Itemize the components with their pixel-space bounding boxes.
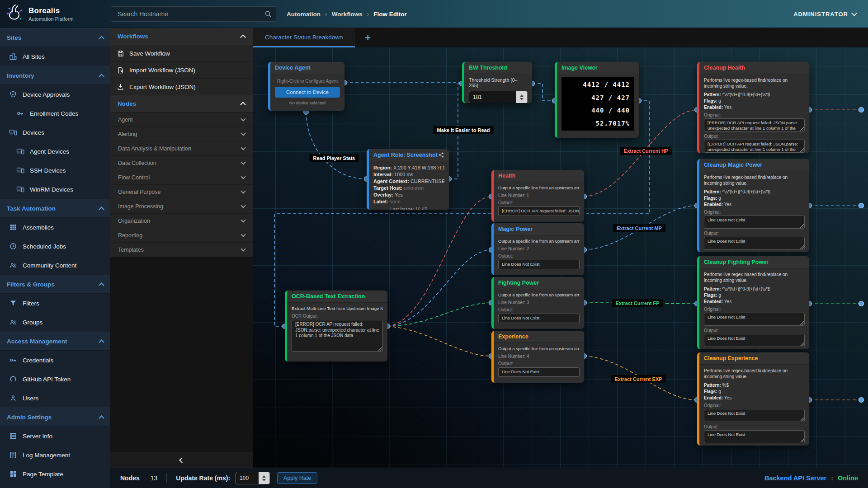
- original-textarea[interactable]: Line Does Not Exist: [704, 216, 805, 229]
- sidebar-item-log-management[interactable]: Log Management: [0, 446, 110, 465]
- sidebar-item-ssh-devices[interactable]: SSH Devices: [0, 161, 110, 180]
- output-textarea[interactable]: Line Does Not Exist: [704, 334, 805, 347]
- connect-to-device-button[interactable]: Connect to Device: [275, 87, 340, 98]
- update-rate-input[interactable]: [236, 472, 259, 484]
- resize-grip-icon[interactable]: [800, 127, 804, 131]
- resize-grip-icon[interactable]: [800, 418, 804, 421]
- collapse-palette-button[interactable]: [110, 452, 253, 468]
- resize-grip-icon[interactable]: [800, 224, 804, 228]
- node-category-organization[interactable]: Organization: [110, 214, 253, 228]
- sidebar-item-github-api-token[interactable]: GitHub API Token: [0, 370, 110, 389]
- edge-endpoint-handle[interactable]: [859, 398, 864, 403]
- node-category-data-analysis[interactable]: Data Analysis & Manipulation: [110, 141, 253, 156]
- node-health[interactable]: Health Output a specific line from an up…: [491, 170, 584, 222]
- resize-grip-icon[interactable]: [800, 343, 804, 346]
- ocr-output-textarea[interactable]: [ERROR] OCR API request failed: JSON.par…: [292, 320, 383, 352]
- edge-endpoint-handle[interactable]: [859, 108, 864, 113]
- brand[interactable]: Borealis Automation Platform: [4, 3, 74, 25]
- save-workflow-button[interactable]: Save Workflow: [110, 45, 253, 62]
- sidebar-item-winrm-devices[interactable]: WinRM Devices: [0, 180, 110, 199]
- node-image-viewer[interactable]: Image Viewer 4412 / 4412 427 / 427 440 /…: [555, 62, 639, 138]
- sidebar-item-agent-devices[interactable]: Agent Devices: [0, 142, 110, 161]
- original-textarea[interactable]: Line Does Not Exist: [704, 313, 805, 326]
- node-category-alerting[interactable]: Alerting: [110, 127, 253, 141]
- tab-character-status-breakdown[interactable]: Character Status Breakdown: [253, 28, 355, 47]
- search-box[interactable]: [111, 6, 276, 22]
- node-bw-threshold[interactable]: BW Threshold Threshold Strength (0–255):: [462, 62, 532, 103]
- sidebar-item-scheduled-jobs[interactable]: Scheduled Jobs: [0, 237, 110, 256]
- node-magic-power[interactable]: Magic Power Output a specific line from …: [491, 223, 584, 275]
- output-textarea[interactable]: [ERROR] OCR API request failed: JSON.par…: [704, 140, 805, 153]
- original-textarea[interactable]: Line Does Not Exist: [704, 409, 805, 422]
- apply-rate-button[interactable]: Apply Rate: [277, 472, 317, 484]
- sidebar-item-filters[interactable]: Filters: [0, 294, 110, 313]
- sidebar-item-devices[interactable]: Devices: [0, 123, 110, 142]
- sidebar-section-inventory[interactable]: Inventory: [0, 66, 110, 85]
- sidebar-section-access-management[interactable]: Access Management: [0, 332, 110, 351]
- node-experience[interactable]: Experience Output a specific line from a…: [491, 331, 584, 383]
- node-category-general-purpose[interactable]: General Purpose: [110, 185, 253, 199]
- output-textarea[interactable]: Line Does Not Exist: [704, 430, 805, 443]
- export-workflow-button[interactable]: Export Workflow (JSON): [110, 79, 253, 95]
- edge-label-extract-hp[interactable]: Extract Current HP: [620, 147, 672, 155]
- edge-ocr-to-magic[interactable]: [387, 250, 491, 326]
- resize-grip-icon[interactable]: [378, 347, 382, 351]
- sidebar-item-enrollment-codes[interactable]: Enrollment Codes: [0, 104, 110, 123]
- sidebar-item-device-approvals[interactable]: Device Approvals: [0, 85, 110, 104]
- resize-grip-icon[interactable]: [800, 148, 804, 152]
- edge-device-agent-to-screenshot[interactable]: [306, 112, 366, 179]
- sidebar-item-users[interactable]: Users: [0, 389, 110, 408]
- output-textarea[interactable]: Line Does Not Exist: [704, 237, 805, 250]
- node-category-data-collection[interactable]: Data Collection: [110, 156, 253, 170]
- edge-bw-threshold-to-image-viewer[interactable]: [532, 84, 555, 101]
- node-category-reporting[interactable]: Reporting: [110, 228, 253, 243]
- node-ocr-text-extraction[interactable]: OCR-Based Text Extraction Extract Multi-…: [285, 291, 387, 361]
- node-category-image-processing[interactable]: Image Processing: [110, 199, 253, 214]
- resize-grip-icon[interactable]: [800, 321, 804, 325]
- edge-ocr-to-fighting[interactable]: [387, 303, 491, 326]
- sidebar-section-filters-groups[interactable]: Filters & Groups: [0, 275, 110, 294]
- original-textarea[interactable]: [ERROR] OCR API request failed: JSON.par…: [704, 118, 805, 131]
- add-tab-button[interactable]: +: [355, 28, 381, 47]
- resize-grip-icon[interactable]: [800, 439, 804, 442]
- breadcrumb-item[interactable]: Workflows: [332, 11, 363, 18]
- threshold-input[interactable]: [469, 91, 516, 103]
- flow-canvas[interactable]: Device Agent Right-Click to Configure Ag…: [253, 47, 868, 468]
- sidebar-item-credentials[interactable]: Credentials: [0, 351, 110, 370]
- edge-label-extract-mp[interactable]: Extract Current MP: [613, 224, 665, 232]
- sidebar-section-sites[interactable]: Sites: [0, 28, 110, 47]
- palette-header-nodes[interactable]: Nodes: [110, 95, 253, 113]
- sidebar-item-groups[interactable]: Groups: [0, 313, 110, 332]
- node-cleanup-experience[interactable]: Cleanup Experience Performs live regex-b…: [697, 352, 809, 446]
- sidebar-section-task-automation[interactable]: Task Automation: [0, 199, 110, 218]
- user-menu[interactable]: ADMINISTRATOR: [793, 0, 856, 28]
- edge-label-extract-exp[interactable]: Extract Current EXP: [611, 375, 665, 383]
- edge-label-make-easier[interactable]: Make it Easier to Read: [434, 126, 494, 134]
- sidebar-item-assemblies[interactable]: Assemblies: [0, 218, 110, 237]
- output-field[interactable]: [ERROR] OCR API request failed: JSON.par…: [498, 206, 580, 216]
- output-field[interactable]: Line Does Not Exist: [498, 260, 580, 269]
- edge-label-read-player-stats[interactable]: Read Player Stats: [310, 154, 359, 162]
- edge-label-extract-fp[interactable]: Extract Current FP: [612, 299, 663, 307]
- number-stepper[interactable]: [259, 472, 269, 484]
- edge-endpoint-handle[interactable]: [859, 301, 864, 306]
- node-cleanup-magic-power[interactable]: Cleanup Magic Power Performs live regex-…: [697, 159, 809, 252]
- node-fighting-power[interactable]: Fighting Power Output a specific line fr…: [491, 277, 584, 329]
- breadcrumb-item[interactable]: Automation: [287, 11, 321, 18]
- import-workflow-button[interactable]: Import Workflow (JSON): [110, 62, 253, 79]
- number-stepper[interactable]: [516, 91, 527, 103]
- node-cleanup-fighting-power[interactable]: Cleanup Fighting Power Performs live reg…: [697, 256, 809, 349]
- node-category-agent[interactable]: Agent: [110, 113, 253, 127]
- sidebar-item-server-info[interactable]: Server Info: [0, 427, 110, 446]
- output-field[interactable]: Line Does Not Exist: [498, 367, 580, 377]
- search-input[interactable]: [117, 10, 264, 18]
- node-device-agent[interactable]: Device Agent Right-Click to Configure Ag…: [268, 62, 344, 111]
- sidebar-item-page-template[interactable]: Page Template: [0, 465, 110, 483]
- node-category-templates[interactable]: Templates: [110, 243, 253, 257]
- output-field[interactable]: Line Does Not Exist: [498, 314, 580, 323]
- sidebar-item-all-sites[interactable]: All Sites: [0, 47, 110, 66]
- share-icon[interactable]: [438, 152, 444, 158]
- node-category-flow-control[interactable]: Flow Control: [110, 170, 253, 185]
- palette-header-workflows[interactable]: Workflows: [110, 28, 253, 45]
- sidebar-section-admin-settings[interactable]: Admin Settings: [0, 408, 110, 427]
